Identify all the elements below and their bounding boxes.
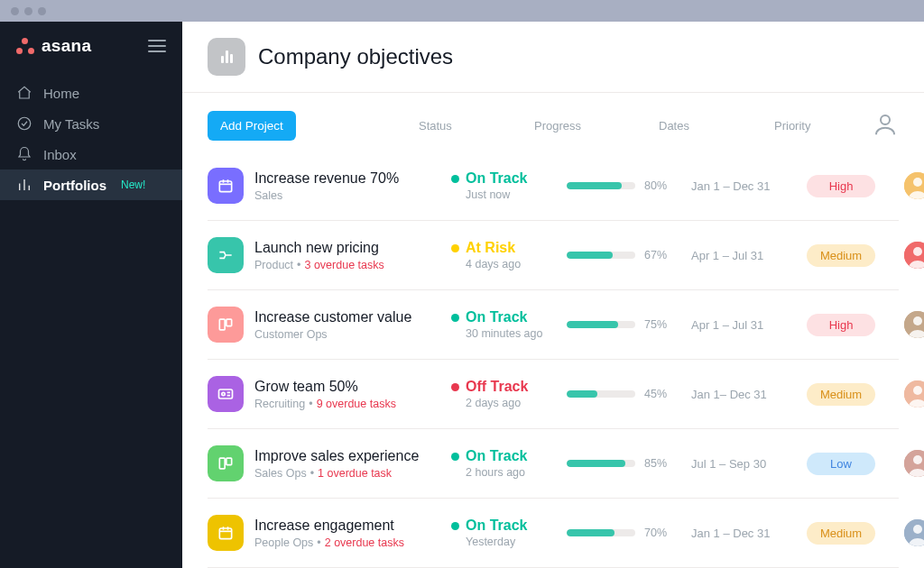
project-icon bbox=[208, 445, 244, 481]
sidebar-item-badge: New! bbox=[121, 179, 145, 191]
project-row[interactable]: Improve sales experience Sales Ops•1 ove… bbox=[208, 429, 899, 499]
priority-cell: Medium bbox=[807, 244, 897, 267]
main-panel: Company objectives Add Project Status Pr… bbox=[182, 22, 924, 568]
sidebar-item-home[interactable]: Home bbox=[0, 78, 182, 108]
status-timestamp: 2 hours ago bbox=[466, 466, 559, 479]
project-icon bbox=[208, 237, 244, 273]
status-cell: On Track Yesterday bbox=[451, 518, 559, 548]
status-cell: On Track 2 hours ago bbox=[451, 448, 559, 479]
project-subtitle: Customer Ops bbox=[254, 328, 444, 341]
owner-avatar[interactable] bbox=[904, 242, 924, 269]
page-title: Company objectives bbox=[258, 44, 453, 69]
status-cell: Off Track 2 days ago bbox=[451, 379, 559, 409]
owner-avatar[interactable] bbox=[904, 311, 924, 338]
project-row[interactable]: Increase revenue 70% Sales On Track Just… bbox=[208, 151, 899, 221]
svg-point-14 bbox=[913, 386, 922, 395]
sidebar-item-portfolios[interactable]: Portfolios New! bbox=[0, 169, 182, 200]
progress-label: 70% bbox=[644, 527, 667, 539]
svg-point-10 bbox=[913, 316, 922, 325]
status-dot-icon bbox=[451, 244, 459, 252]
progress-bar bbox=[567, 460, 635, 467]
project-row[interactable]: Grow team 50% Recruiting•9 overdue tasks… bbox=[208, 360, 899, 429]
svg-rect-2 bbox=[219, 181, 231, 192]
sidebar-item-label: My Tasks bbox=[43, 116, 99, 132]
svg-point-12 bbox=[222, 392, 225, 395]
priority-cell: Medium bbox=[807, 383, 897, 406]
project-row[interactable]: Increase customer value Customer Ops On … bbox=[208, 290, 899, 360]
project-title: Increase revenue 70% bbox=[254, 169, 444, 188]
svg-point-0 bbox=[18, 117, 31, 130]
status-timestamp: 30 minutes ago bbox=[466, 327, 559, 340]
progress-cell: 45% bbox=[567, 388, 684, 400]
col-header-progress: Progress bbox=[534, 119, 651, 133]
add-project-button[interactable]: Add Project bbox=[208, 111, 296, 141]
project-title-cell: Improve sales experience Sales Ops•1 ove… bbox=[254, 447, 444, 481]
status-timestamp: 4 days ago bbox=[466, 258, 559, 270]
asana-logo-icon bbox=[16, 38, 34, 54]
brand-name: asana bbox=[42, 36, 91, 56]
sidebar-item-my-tasks[interactable]: My Tasks bbox=[0, 108, 182, 139]
toolbar: Add Project Status Progress Dates Priori… bbox=[182, 93, 924, 151]
svg-point-4 bbox=[913, 178, 922, 187]
priority-cell: Medium bbox=[807, 522, 897, 545]
progress-label: 85% bbox=[644, 457, 667, 470]
traffic-light-min[interactable] bbox=[24, 7, 32, 15]
sidebar-item-inbox[interactable]: Inbox bbox=[0, 139, 182, 169]
project-subtitle: Sales bbox=[254, 189, 444, 202]
progress-cell: 67% bbox=[567, 249, 684, 261]
project-row[interactable]: Increase engagement People Ops•2 overdue… bbox=[208, 499, 899, 568]
owner-avatar[interactable] bbox=[904, 519, 924, 546]
sidebar-nav: Home My Tasks Inbox Portfolios New! bbox=[0, 78, 182, 200]
svg-point-1 bbox=[881, 115, 890, 124]
sidebar: asana Home My Tasks Inbox Portfolios New… bbox=[0, 22, 182, 568]
dates-cell: Jul 1 – Sep 30 bbox=[691, 457, 799, 471]
project-subtitle: Sales Ops•1 overdue task bbox=[254, 467, 444, 480]
project-icon bbox=[208, 376, 244, 412]
priority-pill: High bbox=[807, 314, 875, 336]
owner-avatar[interactable] bbox=[904, 450, 924, 477]
progress-cell: 75% bbox=[567, 318, 684, 331]
status-label: On Track bbox=[466, 309, 527, 325]
dates-cell: Apr 1 – Jul 31 bbox=[691, 318, 799, 332]
status-dot-icon bbox=[451, 522, 459, 530]
menu-collapse-icon[interactable] bbox=[148, 40, 166, 52]
sidebar-item-label: Inbox bbox=[43, 147, 77, 162]
col-header-status: Status bbox=[419, 119, 527, 133]
status-timestamp: Just now bbox=[466, 188, 559, 201]
project-title-cell: Increase customer value Customer Ops bbox=[254, 308, 444, 342]
project-title-cell: Grow team 50% Recruiting•9 overdue tasks bbox=[254, 378, 444, 411]
status-timestamp: Yesterday bbox=[466, 536, 559, 548]
progress-cell: 70% bbox=[567, 527, 684, 539]
project-title: Grow team 50% bbox=[254, 378, 444, 397]
dates-cell: Jan 1 – Dec 31 bbox=[691, 527, 799, 540]
check-icon bbox=[16, 115, 32, 132]
project-row[interactable]: Launch new pricing Product•3 overdue tas… bbox=[208, 221, 899, 290]
col-header-priority: Priority bbox=[774, 119, 864, 133]
owner-avatar[interactable] bbox=[904, 380, 924, 408]
status-cell: On Track 30 minutes ago bbox=[451, 309, 559, 340]
priority-pill: Medium bbox=[807, 522, 875, 545]
priority-pill: Low bbox=[807, 453, 875, 475]
svg-point-18 bbox=[913, 455, 922, 464]
col-header-dates: Dates bbox=[659, 119, 767, 133]
traffic-light-close[interactable] bbox=[11, 7, 19, 15]
progress-cell: 85% bbox=[567, 457, 684, 470]
traffic-light-max[interactable] bbox=[38, 7, 46, 15]
sidebar-item-label: Portfolios bbox=[43, 178, 106, 193]
priority-cell: High bbox=[807, 314, 897, 336]
sidebar-item-label: Home bbox=[43, 86, 79, 101]
status-dot-icon bbox=[451, 314, 459, 322]
page-header: Company objectives bbox=[182, 22, 924, 93]
dates-cell: Jan 1 – Dec 31 bbox=[691, 179, 799, 193]
project-icon bbox=[208, 515, 244, 551]
priority-pill: Medium bbox=[807, 383, 875, 406]
project-title: Improve sales experience bbox=[254, 447, 444, 466]
project-subtitle: People Ops•2 overdue tasks bbox=[254, 536, 444, 549]
progress-bar bbox=[567, 390, 635, 398]
status-label: On Track bbox=[466, 518, 527, 534]
status-timestamp: 2 days ago bbox=[466, 397, 559, 409]
status-dot-icon bbox=[451, 383, 459, 391]
owner-avatar[interactable] bbox=[904, 172, 924, 199]
owner-column-icon bbox=[872, 111, 899, 141]
progress-bar bbox=[567, 182, 635, 189]
